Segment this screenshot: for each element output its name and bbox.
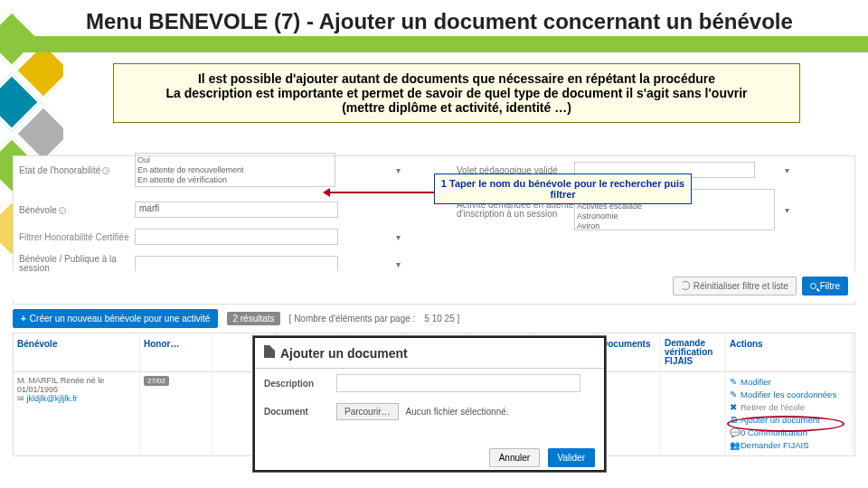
filtre-honorabilite-link[interactable]: Filtrer Honorabilité Certifiée	[14, 232, 131, 242]
filter-actions: Réinitialiser filtre et liste Filtre	[13, 271, 855, 300]
etat-multiselect[interactable]: Oui En attente de renouvellement En atte…	[131, 153, 393, 187]
add-document-modal: Ajouter un document Description Document…	[253, 336, 606, 472]
description-input[interactable]	[336, 374, 580, 392]
page-size-options[interactable]: 5 10 25 ]	[424, 314, 459, 324]
results-toolbar: +Créer un nouveau bénévole pour une acti…	[13, 307, 855, 329]
filter-button[interactable]: Filtre	[802, 277, 848, 296]
benevole-publique-label: Bénévole / Publique à la session	[14, 255, 131, 273]
action-modifier-coordonnees[interactable]: ✎Modifier les coordonnées	[730, 389, 848, 401]
pager-label: [ Nombre d'éléments par page :	[289, 314, 416, 324]
page-title: Menu BENEVOLE (7) - Ajouter un document …	[86, 9, 836, 35]
chevron-down-icon: ▾	[782, 205, 791, 215]
document-icon	[264, 345, 275, 358]
header-green-bar	[0, 36, 868, 52]
document-label: Document	[264, 407, 336, 417]
refresh-icon	[681, 281, 690, 290]
honorabilite-select[interactable]	[131, 229, 393, 245]
chevron-down-icon: ▾	[393, 232, 402, 242]
benevole-email-link[interactable]: jkldjlk@kjljlk.fr	[27, 394, 78, 403]
user-icon: 👥	[730, 439, 739, 452]
modal-title: Ajouter un document	[255, 338, 604, 369]
cell-date: 27/02	[140, 372, 212, 455]
validate-button[interactable]: Valider	[548, 448, 595, 467]
arrow-annotation	[326, 192, 434, 193]
th-actions: Actions	[726, 333, 853, 371]
edit-icon: ✎	[730, 376, 739, 389]
benevole-label: Bénévolei	[14, 205, 131, 215]
benevole-input[interactable]: marfi	[131, 202, 393, 218]
create-benevole-button[interactable]: +Créer un nouveau bénévole pour une acti…	[13, 309, 218, 328]
reset-filter-button[interactable]: Réinitialiser filtre et liste	[673, 277, 797, 296]
th-benevole[interactable]: Bénévole	[14, 333, 140, 371]
no-file-text: Aucun fichier sélectionné.	[406, 407, 509, 417]
cell-actions: ✎Modifier ✎Modifier les coordonnées ✖Ret…	[726, 372, 853, 455]
action-demander-fijais[interactable]: 👥Demander FIJAIS	[730, 439, 848, 452]
th-fijais[interactable]: Demande vérification FIJAIS	[661, 333, 726, 371]
results-count: 2 résultats	[227, 312, 279, 325]
th-documents[interactable]: Documents	[598, 333, 661, 371]
chevron-down-icon: ▾	[393, 165, 402, 175]
step-1-hint: 1 Taper le nom du bénévole pour le reche…	[434, 174, 692, 204]
cell-benevole: M. MARFIL Renée né le 01/01/1995 ✉ jkldj…	[14, 372, 140, 455]
action-modifier[interactable]: ✎Modifier	[730, 376, 848, 389]
benevole-publique-select[interactable]	[131, 256, 393, 272]
etat-label: Etat de l'honorabilitéi	[14, 165, 131, 175]
search-icon	[810, 283, 816, 289]
highlight-oval-annotation	[727, 416, 844, 432]
action-retirer[interactable]: ✖Retirer de l'école	[730, 401, 848, 414]
cancel-button[interactable]: Annuler	[489, 448, 540, 467]
th-col[interactable]: Honor…	[140, 333, 212, 371]
chevron-down-icon: ▾	[782, 165, 791, 175]
description-label: Description	[264, 379, 336, 389]
edit-icon: ✎	[730, 389, 739, 401]
mail-icon: ✉	[17, 394, 24, 403]
instruction-note: Il est possible d'ajouter autant de docu…	[113, 63, 800, 123]
browse-button[interactable]: Parcourir…	[336, 403, 399, 420]
chevron-down-icon: ▾	[393, 259, 402, 269]
close-icon: ✖	[730, 401, 739, 414]
